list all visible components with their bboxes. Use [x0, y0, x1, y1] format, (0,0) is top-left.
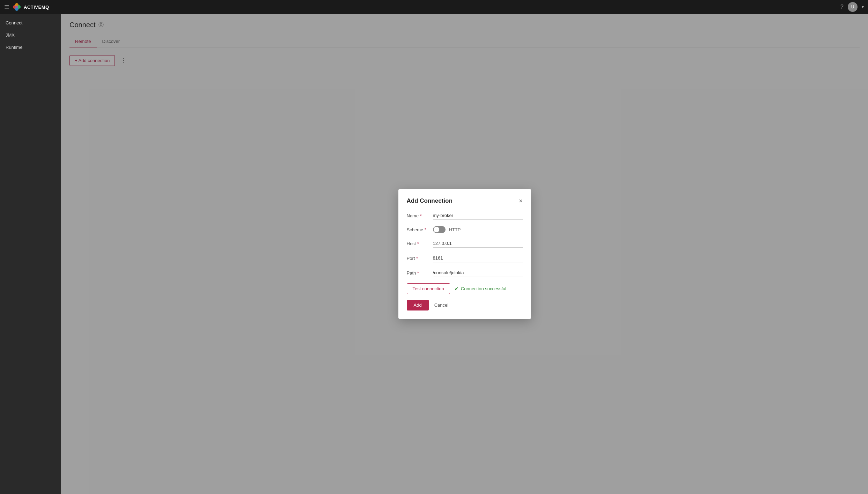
modal-title: Add Connection	[407, 197, 453, 204]
modal-header: Add Connection ×	[407, 197, 523, 204]
port-input[interactable]	[433, 254, 523, 262]
content-area: Connect ⓪ Remote Discover + Add connecti…	[61, 14, 868, 494]
name-input[interactable]	[433, 211, 523, 220]
sidebar: Connect JMX Runtime	[0, 14, 61, 494]
modal-close-button[interactable]: ×	[519, 198, 523, 204]
logo: ACTIVEMQ	[12, 2, 49, 12]
logo-icon	[12, 2, 22, 12]
topbar-left: ☰ ACTIVEMQ	[4, 2, 49, 12]
logo-text: ACTIVEMQ	[24, 5, 49, 10]
sidebar-item-jmx[interactable]: JMX	[0, 29, 61, 41]
path-field-row: Path *	[407, 269, 523, 277]
scheme-required: *	[423, 227, 426, 232]
host-field	[433, 239, 523, 248]
modal-overlay: Add Connection × Name * Scheme *	[61, 14, 868, 494]
port-field-row: Port *	[407, 254, 523, 262]
port-required: *	[415, 256, 418, 261]
port-field	[433, 254, 523, 262]
svg-point-4	[15, 6, 18, 8]
scheme-http-label: HTTP	[449, 227, 461, 232]
name-required: *	[419, 213, 422, 218]
add-connection-modal: Add Connection × Name * Scheme *	[398, 189, 531, 319]
path-field	[433, 269, 523, 277]
topbar: ☰ ACTIVEMQ ? U ▾	[0, 0, 868, 14]
connection-status: ✔ Connection successful	[454, 286, 506, 292]
path-required: *	[416, 270, 419, 276]
main-layout: Connect JMX Runtime Connect ⓪ Remote Dis…	[0, 14, 868, 494]
path-input[interactable]	[433, 269, 523, 277]
host-input[interactable]	[433, 239, 523, 248]
modal-actions: Test connection ✔ Connection successful	[407, 283, 523, 294]
chevron-down-icon[interactable]: ▾	[862, 5, 864, 9]
host-field-row: Host *	[407, 239, 523, 248]
connection-status-text: Connection successful	[461, 286, 506, 291]
scheme-field: HTTP	[433, 226, 523, 233]
path-label: Path *	[407, 270, 433, 276]
help-icon[interactable]: ?	[840, 4, 844, 10]
sidebar-item-connect[interactable]: Connect	[0, 17, 61, 29]
scheme-toggle[interactable]	[433, 226, 446, 233]
test-connection-button[interactable]: Test connection	[407, 283, 450, 294]
sidebar-item-runtime[interactable]: Runtime	[0, 41, 61, 53]
add-button[interactable]: Add	[407, 300, 429, 310]
cancel-button[interactable]: Cancel	[433, 300, 450, 310]
name-label: Name *	[407, 213, 433, 218]
name-field	[433, 211, 523, 220]
scheme-label: Scheme *	[407, 227, 433, 232]
check-icon: ✔	[454, 286, 459, 292]
avatar[interactable]: U	[848, 2, 858, 12]
port-label: Port *	[407, 256, 433, 261]
host-required: *	[416, 241, 419, 246]
name-field-row: Name *	[407, 211, 523, 220]
scheme-field-row: Scheme * HTTP	[407, 226, 523, 233]
hamburger-icon[interactable]: ☰	[4, 4, 9, 10]
host-label: Host *	[407, 241, 433, 246]
topbar-right: ? U ▾	[840, 2, 864, 12]
modal-footer: Add Cancel	[407, 300, 523, 310]
